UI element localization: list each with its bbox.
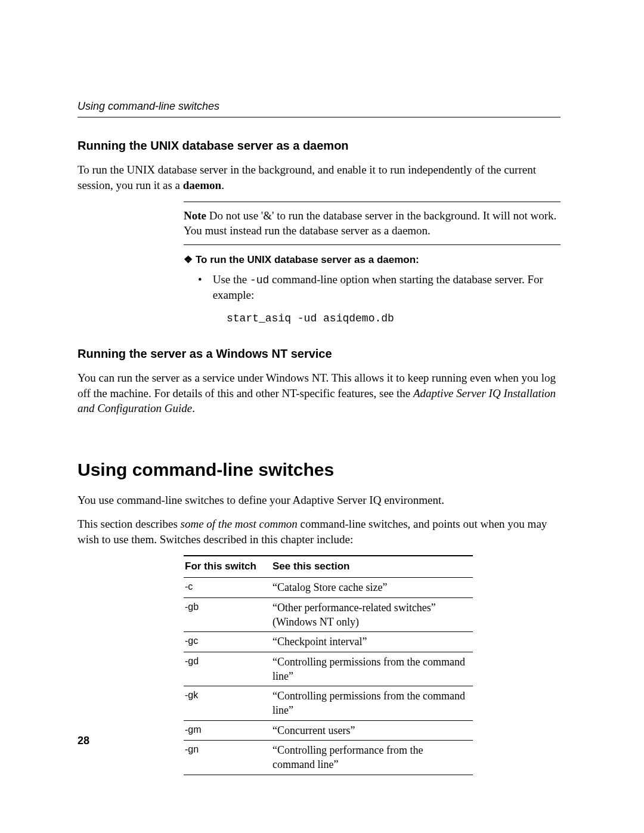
th-section: See this section [271, 556, 473, 577]
section-unix-daemon-heading: Running the UNIX database server as a da… [78, 138, 561, 154]
table-row: -gc“Checkpoint interval” [184, 632, 473, 652]
text: To run the UNIX database server in the b… [78, 163, 536, 191]
switch-cell: -gm [184, 720, 271, 740]
section-cell: “Checkpoint interval” [271, 632, 473, 652]
switch-cell: -c [184, 578, 271, 597]
main-p1: You use command-line switches to define … [78, 493, 561, 508]
switch-cell: -gd [184, 652, 271, 686]
main-p2: This section describes some of the most … [78, 516, 561, 547]
table-row: -gn“Controlling performance from the com… [184, 740, 473, 775]
table-row: -gb“Other performance-related switches” … [184, 597, 473, 632]
table-row: -gm“Concurrent users” [184, 720, 473, 740]
bullet-text: Use the -ud command-line option when sta… [213, 272, 561, 303]
subhead-text: To run the UNIX database server as a dae… [196, 254, 419, 265]
main-title: Using command-line switches [78, 458, 561, 482]
section-cell: “Controlling permissions from the comman… [271, 652, 473, 686]
switch-cell: -gk [184, 686, 271, 721]
table-row: -c“Catalog Store cache size” [184, 578, 473, 597]
section-nt-service-heading: Running the server as a Windows NT servi… [78, 346, 561, 362]
text: . [192, 402, 195, 414]
bullet-icon: • [198, 272, 202, 303]
note-label: Note [184, 209, 206, 222]
code-block: start_asiq -ud asiqdemo.db [227, 311, 561, 326]
emphasis: some of the most common [181, 518, 298, 530]
to-run-subhead: ❖To run the UNIX database server as a da… [184, 253, 561, 267]
switch-cell: -gc [184, 632, 271, 652]
bullet-list: • Use the -ud command-line option when s… [184, 272, 561, 303]
section-cell: “Other performance-related switches” (Wi… [271, 597, 473, 632]
text: Use the [213, 273, 250, 286]
note-box: Note Do not use '&' to run the database … [184, 202, 561, 245]
note-text: Note Do not use '&' to run the database … [184, 208, 561, 239]
switch-cell: -gb [184, 597, 271, 632]
switches-table: For this switch See this section -c“Cata… [184, 555, 473, 775]
unix-daemon-intro: To run the UNIX database server in the b… [78, 162, 561, 193]
table-row: -gk“Controlling permissions from the com… [184, 686, 473, 721]
inline-code: -ud [250, 274, 269, 286]
table-row: -gd“Controlling permissions from the com… [184, 652, 473, 686]
note-bottom-rule [184, 244, 561, 245]
section-cell: “Concurrent users” [271, 720, 473, 740]
text: This section describes [78, 518, 181, 530]
text: . [221, 179, 224, 191]
page-number: 28 [78, 733, 89, 748]
running-header: Using command-line switches [78, 99, 561, 113]
switch-cell: -gn [184, 740, 271, 775]
note-body: Do not use '&' to run the database serve… [184, 209, 556, 237]
note-top-rule [184, 202, 561, 202]
nt-service-paragraph: You can run the server as a service unde… [78, 370, 561, 416]
th-switch: For this switch [184, 556, 271, 577]
daemon-word: daemon [183, 179, 221, 191]
list-item: • Use the -ud command-line option when s… [198, 272, 561, 303]
diamond-icon: ❖ [184, 253, 196, 267]
section-cell: “Catalog Store cache size” [271, 578, 473, 597]
header-rule [78, 117, 561, 117]
section-cell: “Controlling performance from the comman… [271, 740, 473, 775]
section-cell: “Controlling permissions from the comman… [271, 686, 473, 721]
